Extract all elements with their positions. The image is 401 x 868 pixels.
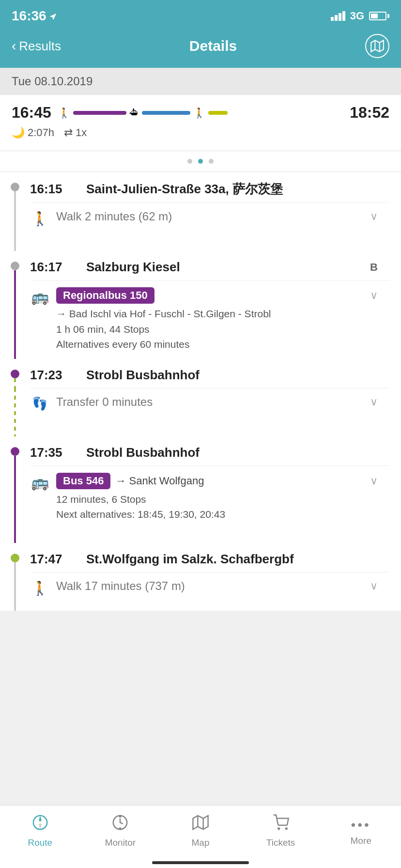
tl-col-transfer [0,388,30,436]
route-detail: 16:15 Saint-Julien-Straße 33a, 萨尔茨堡 🚶 Wa… [0,172,401,611]
svg-point-7 [120,816,121,817]
tab-route-label: Route [28,837,52,848]
bus-icon-546: 🚌 [30,473,49,491]
stop-platform-2: B [370,261,389,274]
tl-dot-3 [11,370,19,378]
transfer-chevron[interactable]: ∨ [370,396,389,408]
journey-summary: 16:45 🚶 ⛴ 🚶 18:52 🌙 2:07h ⇄ 1x [0,95,401,151]
tl-line-walk1 [14,202,16,251]
stop-time-4: 17:35 [30,445,78,460]
tl-line-5a [14,562,16,572]
svg-marker-0 [371,40,384,51]
walk-entry-1: 🚶 Walk 2 minutes (62 m) ∨ [30,202,389,233]
tl-dot-5 [11,554,19,562]
tl-dot-4 [11,447,19,456]
bus-header-546: Bus 546 → Sankt Wolfgang ∨ [56,473,389,489]
status-right: 3G [331,10,389,22]
tl-col-4 [0,436,30,465]
map-icon-button[interactable] [365,34,389,58]
home-indicator [152,861,249,864]
walk-body-1: Walk 2 minutes (62 m) ∨ [56,210,389,223]
arrive-time: 18:52 [350,104,389,122]
boat-icon: ⛴ [129,107,139,118]
tab-map-label: Map [192,837,210,848]
duration-label: 2:07h [28,126,54,139]
stop-name-5: St.Wolfgang im Salzk. Schafbergbf [86,552,294,567]
status-bar: 16:36 3G [0,0,401,29]
svg-marker-9 [193,816,208,829]
walk-segment-1: 🚶 Walk 2 minutes (62 m) ∨ [0,202,401,251]
walk-icon-2: 🚶 [30,579,49,596]
tl-col-walk1 [0,202,30,251]
stop-content-5: 17:47 St.Wolfgang im Salzk. Schafbergbf [30,543,401,572]
stop-time-2: 16:17 [30,260,78,275]
stop-content-4: 17:35 Strobl Busbahnhof [30,436,401,465]
tab-route[interactable]: Route [0,810,80,848]
transfer-label: Transfer 0 minutes [56,395,153,409]
walk-segment-2: 🚶 Walk 17 minutes (737 m) ∨ [0,572,401,611]
stop-entry-1: 16:15 Saint-Julien-Straße 33a, 萨尔茨堡 [30,172,389,202]
stop-name-2: Salzburg Kiesel [86,260,180,275]
tab-monitor-label: Monitor [105,837,136,848]
journey-icons: 🚶 ⛴ 🚶 [58,107,343,119]
tab-more[interactable]: ••• More [321,810,401,846]
bus-content-150: 🚌 Regionalbus 150 ∨ → Bad Ischl via Hof … [30,280,401,359]
dot-1[interactable] [187,159,192,164]
walk-body-2: Walk 17 minutes (737 m) ∨ [56,579,389,593]
tl-col-bus546 [0,465,30,543]
dot-3[interactable] [209,159,214,164]
walk-start-icon: 🚶 [58,107,70,119]
map-icon [370,39,384,53]
map-tab-icon [192,814,209,835]
tl-line-1a [14,191,16,202]
bus-header-150: Regionalbus 150 ∨ [56,287,389,304]
segment-bar-blue [142,111,190,115]
back-label: Results [19,39,61,54]
compass-icon [32,814,48,835]
bus-chevron-150[interactable]: ∨ [370,289,389,302]
tab-map[interactable]: Map [160,810,241,848]
clock-icon [112,814,128,835]
walk-content-1: 🚶 Walk 2 minutes (62 m) ∨ [30,202,401,251]
stop-entry-5: 17:47 St.Wolfgang im Salzk. Schafbergbf [30,543,389,572]
tl-line-4a [14,456,16,465]
bus-detail-546: 12 minutes, 6 Stops Next alternatives: 1… [56,492,389,522]
tl-line-walk2 [14,572,16,611]
walk-end-icon: 🚶 [193,107,205,119]
segment-bar-yellow [208,111,228,115]
walk-chevron-2[interactable]: ∨ [370,580,389,592]
stop-item-4: 17:35 Strobl Busbahnhof [0,436,401,465]
bus-destination-546: → Sankt Wolfgang [115,475,204,487]
transfer-entry: 👣 Transfer 0 minutes ∨ [30,388,389,418]
stop-content-2: 16:17 Salzburg Kiesel B [30,251,401,280]
tl-line-3a [14,378,16,388]
pagination [0,151,401,172]
stop-time-1: 16:15 [30,182,78,197]
transfer-content: 👣 Transfer 0 minutes ∨ [30,388,401,436]
tab-monitor[interactable]: Monitor [80,810,161,848]
svg-point-13 [285,828,287,829]
tl-col-1 [0,172,30,202]
tab-more-label: More [351,836,371,846]
bus-icon-150: 🚌 [30,287,49,305]
walk-content-2: 🚶 Walk 17 minutes (737 m) ∨ [30,572,401,611]
tl-col-5 [0,543,30,572]
tab-tickets[interactable]: Tickets [241,810,321,848]
walk-icon-1: 🚶 [30,210,49,227]
stop-name-3: Strobl Busbahnhof [86,368,200,383]
bus-body-150: Regionalbus 150 ∨ → Bad Ischl via Hof - … [56,287,389,352]
dot-2[interactable] [198,159,203,164]
walk-header-1: Walk 2 minutes (62 m) ∨ [56,210,389,223]
status-time: 16:36 [12,8,58,24]
nav-bar: ‹ Results Details [0,29,401,68]
tab-bar: Route Monitor Map [0,805,401,868]
tl-dot-2 [11,262,19,270]
walk-chevron-1[interactable]: ∨ [370,210,389,223]
tl-line-bus546 [14,465,16,543]
svg-point-12 [278,828,279,829]
depart-time: 16:45 [12,104,51,122]
back-button[interactable]: ‹ Results [12,38,61,54]
stop-entry-2: 16:17 Salzburg Kiesel B [30,251,389,279]
walk-label-1: Walk 2 minutes (62 m) [56,210,172,223]
bus-chevron-546[interactable]: ∨ [370,475,389,487]
